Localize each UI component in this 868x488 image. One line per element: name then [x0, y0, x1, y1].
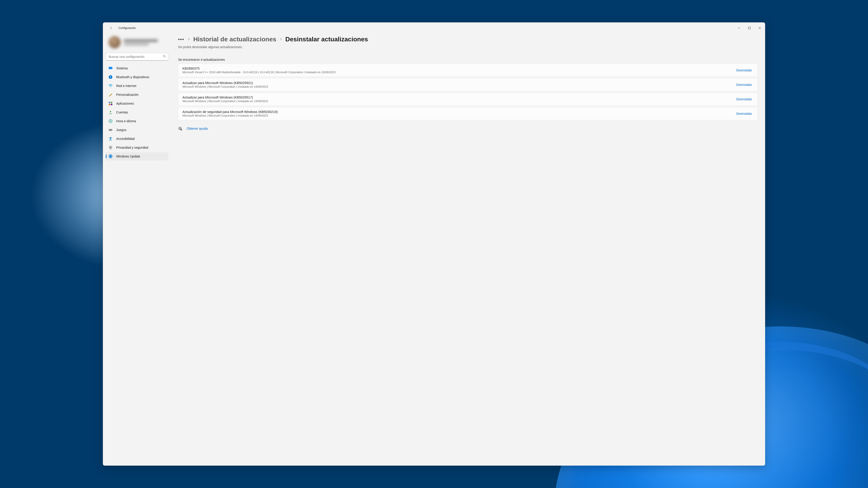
breadcrumb: ••• Historial de actualizaciones Desinst…	[178, 36, 758, 43]
help-icon	[178, 127, 182, 131]
settings-window: Configuración	[103, 22, 765, 465]
paintbrush-icon	[108, 93, 113, 97]
maximize-button[interactable]	[744, 23, 754, 33]
svg-rect-9	[111, 104, 112, 105]
sidebar-item-label: Juegos	[116, 128, 126, 132]
get-help-link[interactable]: Obtener ayuda	[187, 127, 208, 130]
bluetooth-icon	[108, 75, 113, 79]
sidebar-item-label: Bluetooth y dispositivos	[116, 75, 149, 79]
search-input[interactable]	[106, 53, 168, 61]
svg-rect-0	[748, 27, 750, 29]
svg-point-18	[180, 128, 181, 129]
maximize-icon	[748, 27, 750, 29]
avatar	[108, 36, 121, 48]
update-meta: Microsoft Visual C++ 2010 x86 Redistribu…	[182, 71, 735, 74]
svg-rect-8	[109, 104, 110, 105]
sidebar-item-time[interactable]: Hora e idioma	[106, 117, 168, 125]
account-header[interactable]	[106, 33, 168, 51]
svg-rect-12	[109, 129, 112, 131]
app-title: Configuración	[119, 26, 136, 30]
svg-point-10	[110, 111, 112, 112]
account-name	[124, 39, 158, 42]
main-content: ••• Historial de actualizaciones Desinst…	[171, 33, 765, 465]
update-row: Actualización de seguridad para Microsof…	[178, 107, 758, 120]
sidebar-item-windows-update[interactable]: Windows Update	[106, 152, 168, 160]
sidebar-item-accessibility[interactable]: Accesibilidad	[106, 135, 168, 143]
gamepad-icon	[108, 128, 113, 132]
update-title: KB2890375	[182, 67, 735, 70]
breadcrumb-prev[interactable]: Historial de actualizaciones	[193, 36, 276, 43]
update-title: Actualización de seguridad para Microsof…	[182, 110, 735, 113]
updates-list: KB2890375 Microsoft Visual C++ 2010 x86 …	[178, 64, 758, 120]
chevron-right-icon	[187, 37, 190, 41]
svg-rect-3	[109, 67, 112, 69]
arrow-left-icon	[110, 26, 113, 30]
person-icon	[108, 110, 113, 114]
apps-icon	[108, 101, 113, 105]
window-controls	[734, 23, 765, 33]
search-box	[106, 53, 168, 61]
update-meta: Microsoft Windows | Microsoft Corporatio…	[182, 100, 735, 103]
svg-point-5	[110, 87, 111, 87]
sidebar-item-label: Sistema	[116, 66, 128, 70]
accessibility-icon	[108, 137, 113, 141]
sidebar: Sistema Bluetooth y dispositivos Red e I…	[103, 33, 171, 465]
page-title: Desinstalar actualizaciones	[285, 36, 368, 43]
chevron-right-icon	[279, 37, 282, 41]
sidebar-item-label: Hora e idioma	[116, 119, 136, 123]
sidebar-item-gaming[interactable]: Juegos	[106, 126, 168, 134]
sidebar-item-label: Cuentas	[116, 110, 128, 114]
sidebar-item-label: Aplicaciones	[116, 102, 134, 105]
sidebar-item-system[interactable]: Sistema	[106, 64, 168, 72]
svg-rect-7	[111, 102, 112, 103]
uninstall-button[interactable]: Desinstalar	[735, 96, 753, 102]
shield-icon	[108, 145, 113, 150]
updates-count: Se encontraron 4 actualizaciones	[178, 58, 758, 61]
svg-point-14	[111, 130, 112, 130]
close-button[interactable]	[754, 23, 765, 33]
sidebar-item-accounts[interactable]: Cuentas	[106, 108, 168, 116]
minimize-button[interactable]	[734, 23, 744, 33]
sidebar-item-label: Personalización	[116, 93, 138, 96]
svg-rect-6	[109, 102, 110, 103]
update-row: Actualizar para Microsoft Windows (KB502…	[178, 93, 758, 106]
update-row: Actualizar para Microsoft Windows (KB502…	[178, 78, 758, 91]
uninstall-button[interactable]: Desinstalar	[735, 111, 753, 116]
update-icon	[108, 154, 113, 158]
minimize-icon	[738, 27, 740, 29]
breadcrumb-overflow-button[interactable]: •••	[178, 37, 184, 41]
sidebar-item-apps[interactable]: Aplicaciones	[106, 99, 168, 107]
back-button[interactable]	[107, 24, 115, 32]
svg-point-1	[163, 55, 165, 57]
update-meta: Microsoft Windows | Microsoft Corporatio…	[182, 114, 735, 117]
update-row: KB2890375 Microsoft Visual C++ 2010 x86 …	[178, 64, 758, 77]
titlebar: Configuración	[103, 23, 765, 33]
update-title: Actualizar para Microsoft Windows (KB502…	[182, 81, 735, 85]
help-row: Obtener ayuda	[178, 127, 758, 131]
page-description: No podrá desinstalar algunas actualizaci…	[178, 45, 758, 49]
display-icon	[108, 66, 113, 70]
svg-point-15	[110, 137, 111, 138]
sidebar-item-label: Accesibilidad	[116, 137, 135, 140]
svg-point-13	[110, 130, 110, 130]
sidebar-item-network[interactable]: Red e Internet	[106, 82, 168, 90]
sidebar-item-privacy[interactable]: Privacidad y seguridad	[106, 143, 168, 152]
sidebar-nav: Sistema Bluetooth y dispositivos Red e I…	[106, 64, 168, 160]
sidebar-item-label: Windows Update	[116, 155, 140, 158]
close-icon	[758, 27, 761, 29]
sidebar-item-bluetooth[interactable]: Bluetooth y dispositivos	[106, 73, 168, 81]
globe-clock-icon	[108, 119, 113, 123]
account-email	[124, 43, 149, 45]
sidebar-item-label: Red e Internet	[116, 84, 136, 88]
sidebar-item-label: Privacidad y seguridad	[116, 146, 148, 149]
sidebar-item-personalization[interactable]: Personalización	[106, 91, 168, 99]
uninstall-button[interactable]: Desinstalar	[735, 82, 753, 88]
uninstall-button[interactable]: Desinstalar	[735, 68, 753, 73]
search-icon[interactable]	[163, 55, 166, 59]
update-title: Actualizar para Microsoft Windows (KB502…	[182, 96, 735, 99]
wifi-icon	[108, 84, 113, 88]
update-meta: Microsoft Windows | Microsoft Corporatio…	[182, 85, 735, 88]
